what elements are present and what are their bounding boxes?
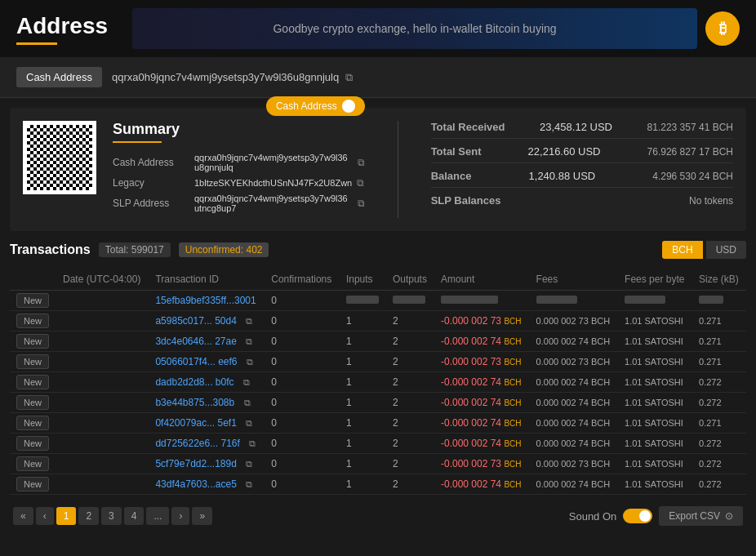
tx-link[interactable]: a5985c017... 50d4 (155, 315, 236, 327)
table-row: New dadb2d2d8... b0fc ⧉ 0 1 2 -0.000 002… (10, 372, 746, 393)
bch-label: BCH (504, 358, 521, 367)
banner-text: Goodbye crypto exchange, hello in-wallet… (273, 22, 556, 35)
inputs-cell: 1 (340, 413, 386, 434)
tx-link[interactable]: b3e44b875...308b (155, 397, 234, 408)
fees-cell: 0.000 002 74 BCH (530, 372, 618, 393)
copy-icon[interactable]: ⧉ (345, 71, 353, 84)
amount-value: -0.000 002 74 (441, 336, 501, 347)
copy-txid-icon[interactable]: ⧉ (246, 336, 252, 346)
date-cell (56, 393, 149, 413)
new-badge: New (16, 477, 49, 492)
copy-txid-icon[interactable]: ⧉ (246, 418, 252, 428)
bch-label: BCH (504, 337, 521, 346)
tx-link[interactable]: 43df4a7603...ace5 (155, 478, 236, 490)
fpb-value: 1.01 SATOSHI (625, 316, 683, 326)
outputs-cell: 2 (386, 454, 434, 474)
copy-legacy-icon[interactable]: ⧉ (357, 177, 364, 189)
fees-value: 0.000 002 74 BCH (536, 398, 611, 407)
copy-txid-icon[interactable]: ⧉ (243, 377, 250, 387)
new-badge: New (16, 354, 49, 369)
divider (398, 121, 398, 218)
cash-address-button[interactable]: Cash Address (16, 67, 102, 87)
copy-txid-icon[interactable]: ⧉ (246, 459, 252, 469)
fees-per-byte-cell: 1.01 SATOSHI (618, 454, 692, 474)
amount-value: -0.000 002 74 (441, 478, 501, 490)
copy-txid-icon[interactable]: ⧉ (249, 438, 256, 448)
size-cell: 0.271 (692, 331, 746, 352)
date-cell (56, 474, 149, 495)
fees-per-byte-cell (618, 291, 692, 311)
table-row: New 05066017f4... eef6 ⧉ 0 1 2 -0.000 00… (10, 352, 746, 372)
summary-left: Summary Cash Address Cash Address qqrxa0… (113, 121, 365, 218)
sound-label: Sound On (569, 510, 617, 523)
col-fees-per-byte: Fees per byte (618, 269, 692, 291)
cash-address-val: qqrxa0h9jqnc7v4wmj9ysetsp3y7w9l36u8gnnju… (194, 153, 353, 172)
confirmations-cell: 0 (265, 434, 340, 454)
balance-bch: 4.296 530 24 BCH (652, 171, 733, 182)
size-cell: 0.271 (692, 413, 746, 434)
page-2[interactable]: 2 (78, 507, 99, 525)
copy-txid-icon[interactable]: ⧉ (244, 398, 251, 407)
fees-per-byte-cell: 1.01 SATOSHI (618, 352, 692, 372)
bch-button[interactable]: BCH (662, 241, 702, 259)
amount-bar (441, 296, 498, 304)
total-received-label: Total Received (431, 121, 505, 133)
inputs-cell: 1 (340, 331, 386, 352)
size-cell: 0.272 (692, 372, 746, 393)
fees-cell: 0.000 002 73 BCH (530, 454, 618, 474)
slp-address-val: qqrxa0h9jqnc7v4wmj9ysetsp3y7w9l36utncg8u… (194, 193, 353, 213)
amount-cell: -0.000 002 74 BCH (434, 393, 530, 413)
copy-txid-icon[interactable]: ⧉ (247, 357, 253, 367)
tx-link[interactable]: 15efba9bef335ff...3001 (155, 295, 256, 306)
sound-toggle[interactable] (623, 509, 652, 523)
copy-cash-address-icon[interactable]: ⧉ (358, 157, 365, 168)
usd-button[interactable]: USD (706, 241, 746, 259)
copy-slp-icon[interactable]: ⧉ (358, 198, 365, 209)
tx-link[interactable]: 3dc4e0646... 27ae (155, 336, 236, 347)
outputs-cell: 2 (386, 434, 434, 454)
confirmations-cell: 0 (265, 413, 340, 434)
balance-label: Balance (431, 170, 472, 182)
page-last[interactable]: » (192, 507, 212, 525)
amount-cell: -0.000 002 74 BCH (434, 372, 530, 393)
size-bar (699, 296, 723, 304)
page-4[interactable]: 4 (124, 507, 145, 525)
page-prev[interactable]: ‹ (36, 507, 54, 525)
page-3[interactable]: 3 (101, 507, 122, 525)
page-next[interactable]: › (171, 507, 189, 525)
copy-txid-icon[interactable]: ⧉ (246, 479, 252, 489)
page-first[interactable]: « (13, 507, 33, 525)
address-bar: Cash Address qqrxa0h9jqnc7v4wmj9ysetsp3y… (0, 57, 756, 98)
outputs-cell: 2 (386, 393, 434, 413)
export-csv-button[interactable]: Export CSV ⊙ (659, 506, 743, 526)
new-cell: New (10, 291, 56, 311)
date-cell (56, 331, 149, 352)
fees-value: 0.000 002 74 BCH (536, 336, 611, 346)
txid-cell: 5cf79e7dd2...189d ⧉ (149, 454, 265, 474)
tx-link[interactable]: 5cf79e7dd2...189d (155, 458, 236, 469)
fees-per-byte-cell: 1.01 SATOSHI (618, 434, 692, 454)
tx-link[interactable]: dadb2d2d8... b0fc (155, 376, 233, 388)
cash-address-toggle[interactable]: Cash Address (266, 96, 365, 116)
inputs-cell (340, 291, 386, 311)
size-cell (692, 291, 746, 311)
tx-link[interactable]: 05066017f4... eef6 (155, 356, 237, 367)
export-label: Export CSV (669, 510, 720, 522)
txid-cell: dd725622e6... 716f ⧉ (149, 434, 265, 454)
cash-address-row: Cash Address qqrxa0h9jqnc7v4wmj9ysetsp3y… (113, 153, 365, 172)
copy-txid-icon[interactable]: ⧉ (246, 316, 252, 326)
bch-label: BCH (504, 480, 521, 489)
inputs-cell: 1 (340, 474, 386, 495)
txid-cell: 15efba9bef335ff...3001 (149, 291, 265, 311)
outputs-cell: 2 (386, 331, 434, 352)
date-cell (56, 434, 149, 454)
bch-label: BCH (504, 378, 521, 387)
tx-link[interactable]: dd725622e6... 716f (155, 438, 239, 449)
page-ellipsis[interactable]: ... (146, 507, 169, 525)
page-1[interactable]: 1 (56, 507, 77, 525)
fpb-value: 1.01 SATOSHI (625, 377, 683, 387)
amount-cell: -0.000 002 74 BCH (434, 434, 530, 454)
total-received-bch: 81.223 357 41 BCH (647, 122, 733, 133)
qr-code (23, 121, 96, 194)
tx-link[interactable]: 0f420079ac... 5ef1 (155, 417, 236, 429)
